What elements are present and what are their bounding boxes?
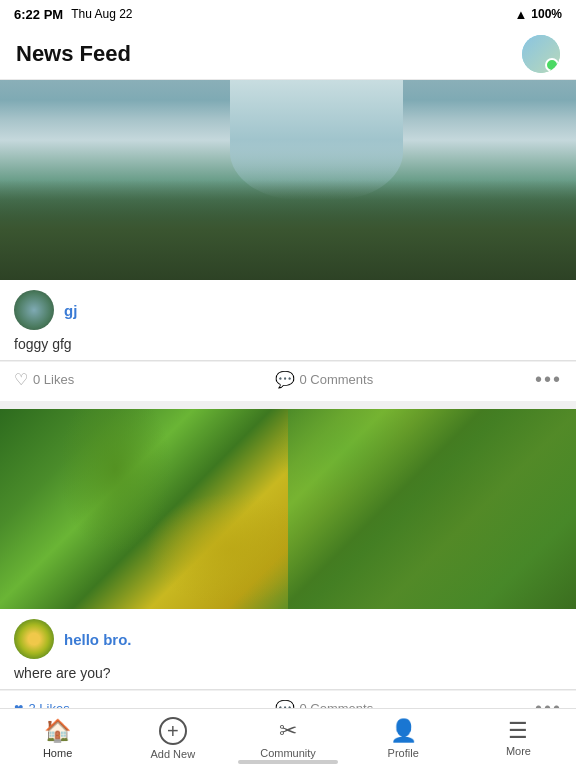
scissors-icon: ✂ (279, 718, 297, 744)
user-avatar[interactable] (522, 35, 560, 73)
post-meta: gj (0, 280, 576, 334)
like-button[interactable]: ♡ 0 Likes (14, 370, 275, 389)
more-button[interactable]: ••• (535, 368, 562, 391)
status-bar: 6:22 PM Thu Aug 22 ▲ 100% (0, 0, 576, 28)
post-image-leaves (0, 409, 576, 609)
home-icon: 🏠 (44, 718, 71, 744)
nav-label-add-new: Add New (150, 748, 195, 760)
menu-icon: ☰ (508, 720, 528, 742)
add-circle-icon: + (159, 717, 187, 745)
bottom-nav: 🏠 Home + Add New ✂ Community 👤 Profile ☰… (0, 708, 576, 768)
nav-item-add-new[interactable]: + Add New (115, 709, 230, 768)
post-actions: ♡ 0 Likes 💬 0 Comments ••• (0, 361, 576, 401)
status-time: 6:22 PM (14, 7, 63, 22)
news-feed: gj foggy gfg ♡ 0 Likes 💬 0 Comments ••• … (0, 80, 576, 708)
post-caption: foggy gfg (0, 334, 576, 360)
comment-icon: 💬 (275, 699, 295, 708)
post-username[interactable]: hello bro. (64, 631, 132, 648)
post-card: hello bro. where are you? ♥ 2 Likes 💬 0 … (0, 409, 576, 708)
comments-count: 0 Comments (300, 372, 374, 387)
comments-count: 0 Comments (300, 701, 374, 708)
post-avatar[interactable] (14, 290, 54, 330)
nav-item-home[interactable]: 🏠 Home (0, 709, 115, 768)
avatar-image (522, 35, 560, 73)
heart-filled-icon: ♥ (14, 700, 24, 709)
nav-item-profile[interactable]: 👤 Profile (346, 709, 461, 768)
status-date: Thu Aug 22 (71, 7, 132, 21)
likes-count: 2 Likes (29, 701, 70, 708)
battery-icon: 100% (531, 7, 562, 21)
nav-label-home: Home (43, 747, 72, 759)
post-username[interactable]: gj (64, 302, 77, 319)
nav-label-more: More (506, 745, 531, 757)
likes-count: 0 Likes (33, 372, 74, 387)
post-image-waterfall (0, 80, 576, 280)
nav-label-community: Community (260, 747, 316, 759)
post-caption: where are you? (0, 663, 576, 689)
home-indicator (238, 760, 338, 764)
post-card: gj foggy gfg ♡ 0 Likes 💬 0 Comments ••• (0, 80, 576, 401)
wifi-icon: ▲ (514, 7, 527, 22)
post-avatar[interactable] (14, 619, 54, 659)
comment-button[interactable]: 💬 0 Comments (275, 699, 536, 708)
heart-icon: ♡ (14, 370, 28, 389)
nav-label-profile: Profile (388, 747, 419, 759)
nav-item-more[interactable]: ☰ More (461, 709, 576, 768)
status-icons: ▲ 100% (514, 7, 562, 22)
like-button[interactable]: ♥ 2 Likes (14, 700, 275, 709)
page-title: News Feed (16, 41, 131, 67)
profile-icon: 👤 (390, 718, 417, 744)
header: News Feed (0, 28, 576, 80)
comment-button[interactable]: 💬 0 Comments (275, 370, 536, 389)
more-button[interactable]: ••• (535, 697, 562, 708)
post-meta: hello bro. (0, 609, 576, 663)
comment-icon: 💬 (275, 370, 295, 389)
post-actions: ♥ 2 Likes 💬 0 Comments ••• (0, 690, 576, 708)
